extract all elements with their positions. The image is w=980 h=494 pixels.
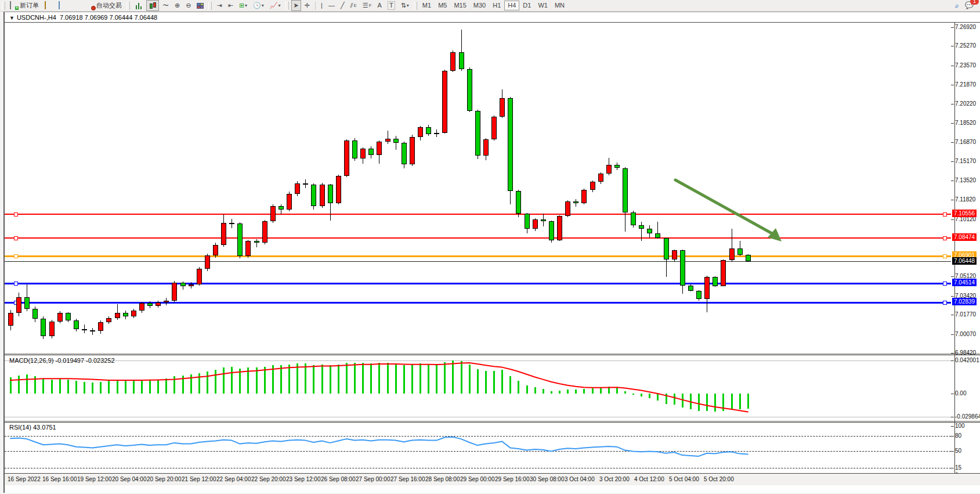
price-tick-label: 6.98420: [955, 349, 976, 356]
arrows-tool-icon: ⇅: [401, 2, 406, 9]
notifications-button[interactable]: 💬 1: [963, 0, 976, 11]
templates-button[interactable]: 📈▾: [267, 0, 283, 11]
time-label: 27 Sep 00:00: [356, 476, 390, 482]
timeframe-h4-button[interactable]: H4: [504, 1, 519, 10]
current-price-label: 7.06448: [952, 257, 977, 265]
arrows-tool-button[interactable]: ⇅▾: [399, 0, 411, 11]
axis-tick-mark: [951, 426, 954, 427]
timeframe-mn-button[interactable]: MN: [551, 1, 568, 10]
trendline-button[interactable]: ╱: [338, 0, 347, 11]
rsi-axis-label: 100: [955, 423, 965, 429]
new-order-label: 新订单: [20, 1, 39, 10]
text-tool-button[interactable]: A: [375, 0, 384, 11]
axis-tick-mark: [951, 353, 954, 354]
axis-tick-mark: [951, 46, 954, 46]
auto-scroll-button[interactable]: ⇥: [214, 0, 224, 11]
label-tool-button[interactable]: T: [385, 0, 397, 11]
macd-axis-label: 0.042001: [955, 357, 979, 363]
timeframe-w1-button[interactable]: W1: [534, 1, 551, 10]
macd-label: MACD(12,26,9) -0.019497 -0.023252: [9, 357, 115, 364]
zoom-out-button[interactable]: ⊖: [183, 0, 193, 11]
axis-tick-mark: [951, 200, 954, 200]
axis-tick-mark: [951, 66, 954, 66]
rsi-axis-label: 50: [955, 448, 961, 454]
cursor-button[interactable]: ➤: [291, 0, 301, 11]
price-tick-label: 7.25270: [955, 42, 976, 49]
equidistant-channel-button[interactable]: ⫽E: [348, 0, 359, 11]
zoom-in-button[interactable]: ⊕: [172, 0, 182, 11]
price-tick-label: 7.18520: [955, 120, 976, 126]
time-axis[interactable]: 16 Sep 202216 Sep 16:0019 Sep 12:0020 Se…: [5, 473, 980, 485]
axis-tick-mark: [951, 219, 954, 220]
toolbar-grip5[interactable]: [414, 2, 417, 10]
time-label: 20 Sep 20:00: [147, 476, 182, 482]
fibonacci-button[interactable]: ☰F: [360, 0, 374, 11]
price-chart-panel[interactable]: [5, 22, 980, 354]
timeframe-h1-button[interactable]: H1: [489, 1, 504, 10]
price-tick-label: 7.21870: [955, 81, 976, 88]
time-label: 29 Sep 16:00: [495, 476, 530, 482]
price-tick-label: 7.01770: [955, 311, 976, 318]
autotrading-button[interactable]: 自动交易: [84, 0, 124, 11]
cursor-icon: ➤: [294, 2, 299, 9]
toolbar-grip4[interactable]: [285, 2, 289, 10]
macd-axis-label: 0.00: [955, 390, 966, 396]
market-depth-button[interactable]: [42, 0, 55, 11]
ohlc-open: 7.06918: [60, 14, 83, 21]
level-price-label: 7.10556: [952, 210, 977, 217]
time-label: 4 Oct 12:00: [634, 476, 664, 482]
timeframe-m1-button[interactable]: M1: [419, 1, 435, 10]
macd-panel[interactable]: MACD(12,26,9) -0.019497 -0.023252: [5, 355, 980, 421]
gold-icon: [45, 2, 53, 9]
bar-chart-button[interactable]: [132, 0, 145, 11]
new-chart-button[interactable]: [56, 0, 69, 11]
timeframe-m5-button[interactable]: M5: [435, 1, 450, 10]
timeframe-m15-button[interactable]: M15: [450, 1, 469, 10]
bar-chart-icon: [135, 2, 143, 9]
period-button[interactable]: 🕓▾: [251, 0, 266, 11]
time-label: 19 Sep 12:00: [77, 476, 112, 482]
vertical-line-button[interactable]: |: [319, 0, 325, 11]
crosshair-button[interactable]: ✛: [302, 0, 312, 11]
add-indicator-button[interactable]: ⊞▾: [237, 0, 249, 11]
axis-tick-mark: [951, 417, 954, 417]
time-label: 3 Oct 04:00: [565, 476, 595, 482]
tile-windows-button[interactable]: [194, 0, 206, 11]
time-label: 3 Oct 20:00: [599, 476, 630, 482]
time-label: 16 Sep 16:00: [42, 476, 77, 482]
caret-down-icon: ▾: [279, 3, 281, 8]
line-chart-icon: 〜: [162, 2, 169, 9]
signal-icon: [73, 2, 81, 9]
line-chart-button[interactable]: 〜: [160, 0, 171, 11]
chart-shift-button[interactable]: ⇤: [226, 0, 236, 11]
axis-tick-mark: [951, 104, 954, 104]
horizontal-line-button[interactable]: —: [326, 0, 337, 11]
price-tick-label: 7.20220: [955, 100, 976, 107]
toolbar-grip3[interactable]: [208, 2, 212, 10]
level-price-label: 7.04514: [952, 279, 977, 286]
axis-tick-mark: [951, 276, 954, 277]
rsi-panel[interactable]: RSI(14) 43.0751: [5, 422, 980, 474]
chart-window[interactable]: ▼USDCNH-,H4 7.06918 7.06969 7.06444 7.06…: [3, 12, 980, 493]
candlestick-chart-icon: [149, 2, 157, 9]
collapse-icon[interactable]: ▼: [9, 15, 15, 21]
axis-tick-mark: [951, 161, 954, 162]
toolbar-grip2[interactable]: [126, 2, 130, 10]
notification-badge: 1: [970, 0, 979, 5]
price-tick-label: 7.16870: [955, 139, 976, 145]
rsi-label: RSI(14) 43.0751: [9, 424, 56, 431]
timeframe-d1-button[interactable]: D1: [519, 1, 534, 10]
toolbar-grip[interactable]: [2, 2, 5, 10]
crosshair-icon: ✛: [305, 2, 310, 9]
timeframe-m30-button[interactable]: M30: [470, 1, 489, 10]
chart-shift-icon: ⇤: [228, 2, 233, 9]
caret-down-icon: ▾: [245, 3, 247, 8]
search-button[interactable]: ⌕: [953, 0, 961, 11]
new-order-button[interactable]: + 新订单: [8, 0, 41, 11]
price-tick-label: 7.00070: [955, 331, 976, 337]
time-label: 26 Sep 08:00: [321, 476, 356, 482]
axis-tick-mark: [951, 296, 954, 297]
signals-button[interactable]: [70, 0, 83, 11]
candlestick-chart-button[interactable]: [146, 0, 159, 11]
clock-icon: 🕓: [253, 2, 261, 9]
